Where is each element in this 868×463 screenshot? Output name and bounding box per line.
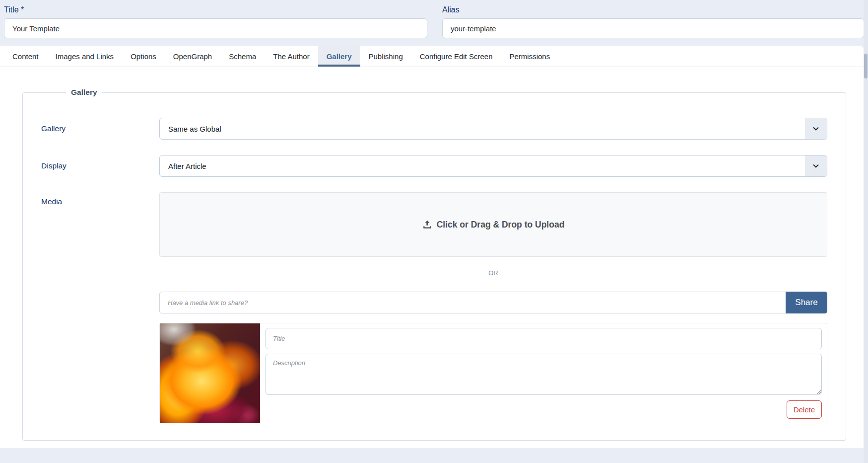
alias-field-group: Alias <box>442 5 864 38</box>
gallery-fieldset-legend: Gallery <box>66 88 102 97</box>
display-select-row: Display After Article <box>41 155 827 177</box>
media-title-input[interactable] <box>266 328 822 349</box>
title-field-group: Title * <box>4 5 427 38</box>
gallery-select-value: Same as Global <box>168 125 221 133</box>
media-description-textarea[interactable] <box>266 354 822 395</box>
share-row: Share <box>159 292 827 313</box>
tab-permissions[interactable]: Permissions <box>501 46 558 67</box>
gallery-select[interactable]: Same as Global <box>159 118 827 140</box>
or-divider: OR <box>159 269 827 277</box>
tab-bar: Content Images and Links Options OpenGra… <box>0 46 864 67</box>
scrollbar[interactable] <box>864 0 868 463</box>
upload-text: Click or Drag & Drop to Upload <box>437 220 565 230</box>
tab-configure-edit-screen[interactable]: Configure Edit Screen <box>411 46 501 67</box>
alias-input[interactable] <box>442 18 864 38</box>
media-item-card: Delete <box>159 323 827 423</box>
display-select-label: Display <box>41 161 159 170</box>
media-label: Media <box>41 192 159 206</box>
tab-images-and-links[interactable]: Images and Links <box>47 46 123 67</box>
title-input[interactable] <box>4 18 427 38</box>
tab-publishing[interactable]: Publishing <box>360 46 411 67</box>
delete-row: Delete <box>266 400 822 419</box>
media-link-input[interactable] <box>159 292 786 313</box>
share-button[interactable]: Share <box>786 292 827 313</box>
media-row: Media Click or Drag & Drop to Upload OR <box>41 192 827 423</box>
gallery-fieldset: Gallery Gallery Same as Global Display <box>22 88 846 441</box>
media-thumbnail-image <box>160 323 260 423</box>
tab-schema[interactable]: Schema <box>220 46 265 67</box>
upload-icon <box>422 220 432 230</box>
chevron-down-icon <box>805 155 827 176</box>
or-text: OR <box>484 269 502 277</box>
title-label: Title * <box>4 5 427 15</box>
tab-gallery[interactable]: Gallery <box>318 46 360 67</box>
chevron-down-icon <box>805 118 827 139</box>
gallery-select-row: Gallery Same as Global <box>41 118 827 140</box>
alias-label: Alias <box>442 5 864 15</box>
gallery-select-label: Gallery <box>41 124 159 133</box>
header-fields: Title * Alias <box>0 0 868 38</box>
upload-dropzone[interactable]: Click or Drag & Drop to Upload <box>159 192 827 257</box>
delete-button[interactable]: Delete <box>787 400 822 419</box>
display-select[interactable]: After Article <box>159 155 827 177</box>
scrollbar-thumb[interactable] <box>864 54 868 78</box>
display-select-value: After Article <box>168 162 206 170</box>
tab-the-author[interactable]: The Author <box>265 46 318 67</box>
tab-opengraph[interactable]: OpenGraph <box>165 46 220 67</box>
tab-content[interactable]: Content <box>4 46 47 67</box>
tab-options[interactable]: Options <box>122 46 165 67</box>
media-item-fields: Delete <box>260 323 827 423</box>
content-panel: Content Images and Links Options OpenGra… <box>0 46 864 448</box>
